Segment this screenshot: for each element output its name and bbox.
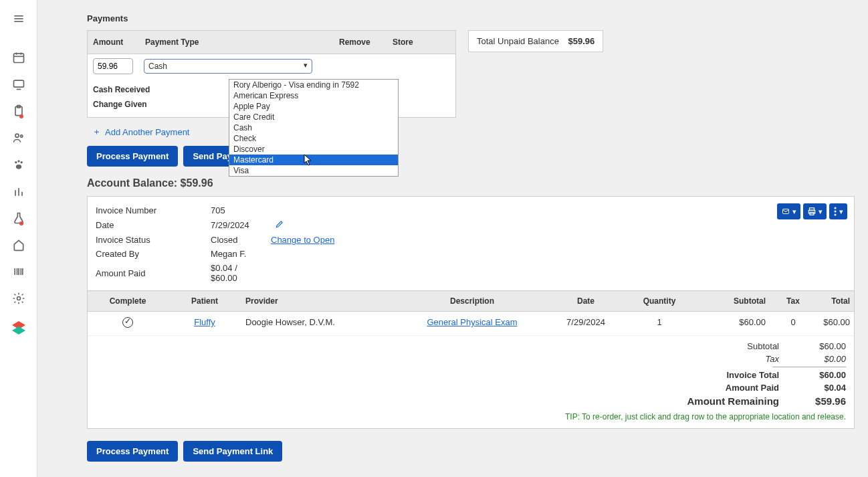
amount-paid-total-label: Amount Paid (645, 383, 779, 393)
line-date: 7/29/2024 (549, 312, 623, 335)
email-button[interactable]: ▾ (777, 203, 800, 219)
payment-type-select[interactable]: Cash (144, 59, 312, 74)
invoice-number-label: Invoice Number (96, 205, 211, 215)
line-qty: 1 (623, 312, 696, 335)
barcode-icon[interactable] (5, 258, 32, 285)
amount-remaining-label: Amount Remaining (645, 395, 779, 407)
svg-point-32 (835, 207, 837, 209)
svg-point-34 (835, 214, 837, 216)
chart-icon[interactable] (5, 178, 32, 205)
amount-remaining-value: $59.96 (779, 395, 846, 407)
subtotal-label: Subtotal (645, 341, 779, 351)
process-payment-button-bottom[interactable]: Process Payment (87, 441, 178, 462)
payment-type-option[interactable]: Apple Pay (229, 101, 398, 112)
invoice-date-label: Date (96, 220, 211, 230)
add-another-payment[interactable]: ＋ Add Another Payment (87, 118, 855, 143)
amount-paid-part2: $60.00 (211, 273, 237, 283)
edit-date-icon[interactable] (275, 219, 284, 231)
sidebar (0, 0, 37, 477)
flask-icon[interactable] (5, 205, 32, 231)
invoice-status-value: Closed (211, 235, 271, 245)
th-subtotal: Subtotal (696, 291, 770, 311)
amount-input[interactable] (93, 58, 133, 74)
payment-type-option[interactable]: Visa (229, 165, 398, 176)
line-subtotal: $60.00 (696, 312, 770, 335)
svg-point-25 (17, 297, 20, 300)
payment-type-option[interactable]: Mastercard (229, 155, 398, 165)
payment-type-dropdown[interactable]: Rory Alberigo - Visa ending in 7592Ameri… (229, 79, 399, 177)
patient-link[interactable]: Fluffy (194, 317, 215, 327)
svg-point-33 (835, 211, 837, 213)
th-provider: Provider (241, 291, 395, 311)
provider-cell: Doogie Howser, D.V.M. (241, 312, 395, 335)
col-remove: Remove (334, 31, 387, 54)
payment-type-option[interactable]: Care Credit (229, 112, 398, 122)
th-total: Total (817, 291, 854, 311)
people-icon[interactable] (5, 124, 32, 151)
add-another-label: Add Another Payment (105, 127, 189, 137)
unpaid-balance-box: Total Unpaid Balance $59.96 (468, 30, 603, 52)
th-description: Description (395, 291, 549, 311)
unpaid-label: Total Unpaid Balance (477, 36, 559, 46)
th-quantity: Quantity (623, 291, 696, 311)
svg-point-12 (20, 135, 22, 137)
svg-rect-7 (13, 80, 23, 87)
invoice-total-value: $60.00 (779, 370, 846, 380)
th-patient: Patient (168, 291, 241, 311)
svg-point-11 (15, 134, 19, 137)
line-item-row[interactable]: Fluffy Doogie Howser, D.V.M. General Phy… (88, 312, 854, 336)
payment-type-option[interactable]: Cash (229, 122, 398, 133)
svg-rect-3 (13, 54, 23, 62)
payment-type-option[interactable]: American Express (229, 90, 398, 101)
invoice-total-label: Invoice Total (645, 370, 779, 380)
col-type: Payment Type (140, 31, 334, 54)
more-actions-button[interactable]: ▾ (829, 203, 847, 219)
col-amount: Amount (88, 31, 140, 54)
calendar-icon[interactable] (5, 44, 32, 71)
menu-toggle[interactable] (5, 5, 32, 32)
reorder-tip: TIP: To re-order, just click and drag ro… (96, 408, 846, 421)
created-by-value: Megan F. (211, 249, 271, 259)
invoice-number-value: 705 (211, 205, 271, 215)
svg-point-16 (15, 165, 21, 169)
svg-point-14 (17, 160, 19, 162)
invoice-date-value: 7/29/2024 (211, 220, 271, 230)
monitor-icon[interactable] (5, 71, 32, 98)
amount-paid-total-value: $0.04 (779, 383, 846, 393)
th-complete: Complete (88, 291, 168, 311)
gear-icon[interactable] (5, 285, 32, 312)
invoice-box: ▾ ▾ ▾ Invoice Number705 Date7/29/2024 In… (87, 196, 855, 429)
subtotal-value: $60.00 (779, 341, 846, 351)
payment-type-option[interactable]: Check (229, 133, 398, 144)
line-tax: 0 (770, 312, 817, 335)
payment-type-option[interactable]: Rory Alberigo - Visa ending in 7592 (229, 80, 398, 90)
clipboard-icon[interactable] (5, 98, 32, 124)
plus-icon: ＋ (92, 126, 101, 138)
line-items-table: Complete Patient Provider Description Da… (88, 290, 854, 336)
payments-title: Payments (87, 13, 855, 23)
send-payment-link-button-bottom[interactable]: Send Payment Link (183, 441, 282, 462)
app-logo (11, 320, 27, 336)
chevron-down-icon: ▾ (819, 207, 823, 216)
svg-marker-27 (12, 326, 25, 335)
change-to-open-link[interactable]: Change to Open (271, 235, 334, 245)
svg-point-13 (15, 161, 17, 163)
chevron-down-icon: ▾ (839, 207, 843, 216)
th-date: Date (549, 291, 623, 311)
tax-value: $0.00 (779, 354, 846, 364)
account-balance: Account Balance: $59.96 (87, 177, 855, 189)
description-link[interactable]: General Physical Exam (427, 317, 517, 327)
invoice-status-label: Invoice Status (96, 235, 211, 245)
complete-checkmark-icon (122, 317, 133, 328)
unpaid-amount: $59.96 (568, 36, 594, 46)
paw-icon[interactable] (5, 151, 32, 178)
print-button[interactable]: ▾ (803, 203, 827, 219)
line-total: $60.00 (817, 312, 854, 335)
col-store: Store (387, 31, 455, 54)
amount-paid-part1: $0.04 / (211, 263, 237, 273)
process-payment-button-top[interactable]: Process Payment (87, 146, 178, 167)
totals-block: Subtotal$60.00 Tax$0.00 Invoice Total$60… (88, 336, 854, 428)
chevron-down-icon: ▾ (792, 207, 796, 216)
home-icon[interactable] (5, 231, 32, 258)
payment-type-option[interactable]: Discover (229, 144, 398, 155)
